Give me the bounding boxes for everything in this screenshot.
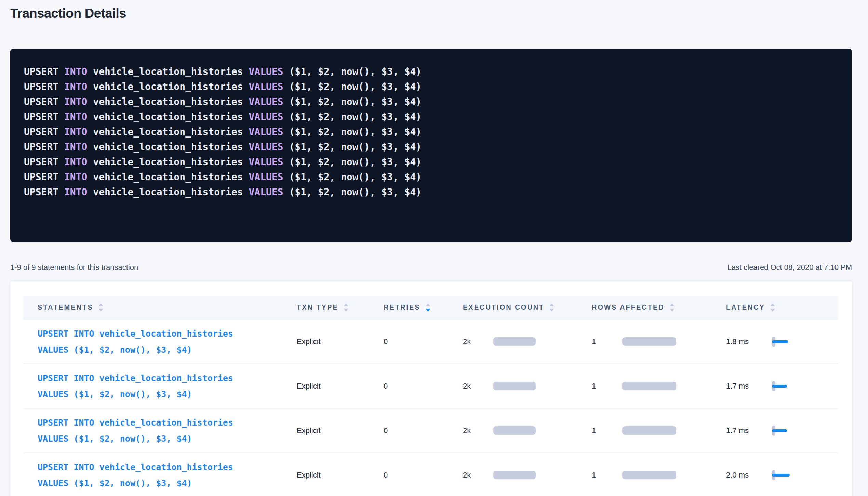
rows-affected-cell: 1 — [590, 426, 720, 435]
latency-bar — [772, 429, 787, 432]
sql-statement-line: UPSERT INTO vehicle_location_histories V… — [24, 109, 838, 125]
latency-bar — [772, 340, 788, 343]
execution-count-bar — [493, 382, 536, 390]
column-header-txn-type[interactable]: TXN TYPE — [294, 303, 379, 312]
latency-cell: 1.7 ms — [720, 425, 838, 436]
statements-table-card: STATEMENTS TXN TYPE RETRIES EXECUTION CO… — [10, 281, 852, 496]
sort-arrows-icon — [344, 303, 348, 312]
sort-asc-icon — [426, 303, 430, 306]
statements-count-text: 1-9 of 9 statements for this transaction — [10, 263, 138, 272]
table-header-row: STATEMENTS TXN TYPE RETRIES EXECUTION CO… — [23, 296, 838, 319]
sort-arrows-icon — [98, 303, 103, 312]
transaction-details-page: Transaction Details UPSERT INTO vehicle_… — [0, 0, 868, 496]
last-cleared-text: Last cleared Oct 08, 2020 at 7:10 PM — [727, 263, 852, 272]
sql-statement-line: UPSERT INTO vehicle_location_histories V… — [24, 94, 838, 109]
sql-statement-line: UPSERT INTO vehicle_location_histories V… — [24, 79, 838, 94]
sort-desc-icon — [344, 309, 348, 312]
txn-type-cell: Explicit — [294, 337, 379, 346]
status-bar: 1-9 of 9 statements for this transaction… — [10, 263, 852, 272]
table-row: UPSERT INTO vehicle_location_histories V… — [23, 319, 838, 364]
column-header-statements[interactable]: STATEMENTS — [23, 303, 294, 312]
rows-affected-cell: 1 — [590, 471, 720, 480]
table-row: UPSERT INTO vehicle_location_histories V… — [23, 364, 838, 408]
sort-desc-icon — [549, 309, 554, 312]
rows-affected-bar — [622, 337, 676, 346]
table-row: UPSERT INTO vehicle_location_histories V… — [23, 408, 838, 453]
page-title: Transaction Details — [10, 0, 852, 21]
latency-bar-chart — [772, 381, 793, 392]
sql-statement-line: UPSERT INTO vehicle_location_histories V… — [24, 185, 838, 200]
sort-arrows-icon — [426, 303, 430, 312]
sql-statement-line: UPSERT INTO vehicle_location_histories V… — [24, 155, 838, 170]
rows-affected-cell: 1 — [590, 337, 720, 346]
sort-desc-icon — [98, 309, 103, 312]
latency-bar-chart — [772, 336, 793, 347]
statement-cell: UPSERT INTO vehicle_location_histories V… — [23, 459, 294, 491]
rows-affected-bar — [622, 426, 676, 435]
execution-count-cell: 2k — [461, 471, 590, 480]
txn-type-cell: Explicit — [294, 382, 379, 391]
latency-cell: 1.7 ms — [720, 381, 838, 392]
latency-bar — [772, 385, 787, 388]
table-row: UPSERT INTO vehicle_location_histories V… — [23, 453, 838, 496]
statement-cell: UPSERT INTO vehicle_location_histories V… — [23, 415, 294, 447]
sql-statement-line: UPSERT INTO vehicle_location_histories V… — [24, 140, 838, 155]
sort-asc-icon — [770, 303, 775, 306]
execution-count-cell: 2k — [461, 337, 590, 346]
sql-statement-line: UPSERT INTO vehicle_location_histories V… — [24, 64, 838, 79]
txn-type-cell: Explicit — [294, 471, 379, 480]
execution-count-bar — [493, 337, 536, 346]
sort-asc-icon — [549, 303, 554, 306]
latency-bar — [772, 474, 790, 477]
sort-asc-icon — [344, 303, 348, 306]
statement-cell: UPSERT INTO vehicle_location_histories V… — [23, 370, 294, 402]
sql-statement-line: UPSERT INTO vehicle_location_histories V… — [24, 125, 838, 140]
sort-arrows-icon — [670, 303, 675, 312]
rows-affected-bar — [622, 471, 676, 479]
statement-link[interactable]: UPSERT INTO vehicle_location_histories V… — [38, 370, 294, 402]
sql-statement-line: UPSERT INTO vehicle_location_histories V… — [24, 170, 838, 185]
retries-cell: 0 — [379, 471, 461, 480]
statements-code-block: UPSERT INTO vehicle_location_histories V… — [10, 49, 852, 242]
retries-cell: 0 — [379, 382, 461, 391]
retries-cell: 0 — [379, 337, 461, 346]
sort-desc-icon — [670, 309, 675, 312]
execution-count-bar — [493, 426, 536, 435]
column-header-latency[interactable]: LATENCY — [720, 303, 838, 312]
column-header-retries[interactable]: RETRIES — [379, 303, 461, 312]
latency-cell: 2.0 ms — [720, 470, 838, 481]
execution-count-bar — [493, 471, 536, 479]
rows-affected-cell: 1 — [590, 382, 720, 391]
sort-asc-icon — [670, 303, 675, 306]
execution-count-cell: 2k — [461, 426, 590, 435]
statement-link[interactable]: UPSERT INTO vehicle_location_histories V… — [38, 326, 294, 358]
sort-arrows-icon — [770, 303, 775, 312]
statement-link[interactable]: UPSERT INTO vehicle_location_histories V… — [38, 415, 294, 447]
statement-link[interactable]: UPSERT INTO vehicle_location_histories V… — [38, 459, 294, 491]
latency-bar-chart — [772, 425, 793, 436]
sort-arrows-icon — [549, 303, 554, 312]
sort-asc-icon — [98, 303, 103, 306]
column-header-execution-count[interactable]: EXECUTION COUNT — [461, 303, 590, 312]
statement-cell: UPSERT INTO vehicle_location_histories V… — [23, 326, 294, 358]
sort-desc-active-icon — [426, 309, 430, 312]
latency-cell: 1.8 ms — [720, 336, 838, 347]
txn-type-cell: Explicit — [294, 426, 379, 435]
execution-count-cell: 2k — [461, 382, 590, 391]
retries-cell: 0 — [379, 426, 461, 435]
column-header-rows-affected[interactable]: ROWS AFFECTED — [590, 303, 720, 312]
sort-desc-icon — [770, 309, 775, 312]
rows-affected-bar — [622, 382, 676, 390]
latency-bar-chart — [772, 470, 793, 481]
